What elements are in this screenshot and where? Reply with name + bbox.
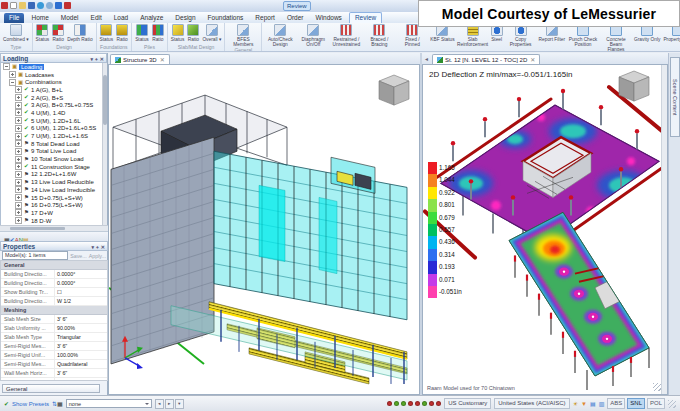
help-icon[interactable] <box>55 2 62 9</box>
tree-item-combination[interactable]: 1 A(G), B+L <box>1 86 102 94</box>
expander-icon[interactable] <box>15 94 22 101</box>
property-value[interactable]: Quadrilateral <box>55 360 107 368</box>
show-presets-check-icon[interactable]: ✔ <box>4 400 9 407</box>
table-icon[interactable]: ▥ <box>599 400 605 408</box>
tab-close-icon[interactable]: ✕ <box>530 56 535 63</box>
status-chip[interactable]: United States (ACI/AISC) <box>494 398 569 409</box>
tree-item-combination[interactable]: 15 D+0.75(L+S+W) <box>1 194 102 202</box>
property-value[interactable]: Triangular <box>55 333 107 341</box>
tab-st12-level12-2d[interactable]: St. 12 [N. LEVEL 12 - TOC] 2D✕ <box>432 54 540 64</box>
tab-structure-3d[interactable]: Structure 3D✕ <box>110 54 170 64</box>
new-document-icon[interactable] <box>10 2 17 9</box>
tree-item-loadcases[interactable]: Loadcases <box>1 71 102 79</box>
tree-item-combination[interactable]: 14 Live Load Irreducible <box>1 186 102 194</box>
close-icon[interactable] <box>64 2 71 9</box>
property-section-general[interactable]: General <box>1 261 107 270</box>
menu-tab[interactable]: Review <box>349 12 382 23</box>
save-button[interactable]: Save... <box>70 253 87 259</box>
expander-icon[interactable] <box>15 163 22 170</box>
property-value[interactable]: ☐ <box>55 288 107 296</box>
bulb-icon[interactable]: ☀ <box>573 400 578 408</box>
property-value[interactable]: W 1/2 <box>55 297 107 305</box>
tree-item-combination[interactable]: 2 A(G), B+S <box>1 94 102 102</box>
tree-item-loading[interactable]: Loading <box>1 63 102 71</box>
ribbon-button[interactable]: Braced / Bracing <box>363 24 395 47</box>
tree-item-combinations[interactable]: Combinations <box>1 78 102 86</box>
expander-icon[interactable] <box>15 140 22 147</box>
expander-icon[interactable] <box>15 202 22 209</box>
menu-tab[interactable]: Home <box>26 13 53 23</box>
ribbon-button[interactable]: Depth Ratio <box>66 24 93 42</box>
expander-icon[interactable] <box>15 186 22 193</box>
ribbon-button[interactable]: Concrete Beam Flanges <box>600 24 632 52</box>
nav-button[interactable]: ▼ <box>175 399 184 409</box>
tree-item-combination[interactable]: 13 Live Load Reducible <box>1 178 102 186</box>
menu-tab[interactable]: Design <box>170 13 200 23</box>
app-icon[interactable] <box>1 2 8 9</box>
viewport-scrollbar[interactable] <box>661 65 667 394</box>
ribbon-button[interactable]: Restrained / Unrestrained <box>330 24 362 47</box>
ribbon-button[interactable]: Ratio <box>151 24 165 42</box>
expander-icon[interactable] <box>15 148 22 155</box>
panel-header-icon[interactable]: ✕ <box>101 244 105 250</box>
status-chip[interactable]: US Customary <box>444 398 491 409</box>
property-value[interactable]: 0.0000° <box>55 270 107 278</box>
resize-grip-icon[interactable] <box>653 383 661 391</box>
panel-header-icon[interactable]: ✕ <box>100 56 104 62</box>
ribbon-button[interactable]: Diaphragm On/Off <box>297 24 329 47</box>
panel-header-icon[interactable]: ▾ <box>91 244 94 250</box>
ribbon-button[interactable]: BFES Members <box>227 24 259 47</box>
ribbon-button[interactable]: Copy Properties <box>505 24 537 47</box>
property-value[interactable]: 3' 6" <box>55 315 107 323</box>
ribbon-button[interactable]: Ratio <box>186 24 200 42</box>
ribbon-button[interactable]: Fixed / Pinned <box>396 24 428 47</box>
property-section-meshing[interactable]: Meshing <box>1 306 107 315</box>
tree-item-combination[interactable]: 10 Total Snow Load <box>1 155 102 163</box>
tree-item-combination[interactable]: 17 D+W <box>1 209 102 217</box>
tree-item-combination[interactable]: 18 D-W <box>1 217 102 225</box>
expander-icon[interactable] <box>15 109 22 116</box>
scene-content-tab[interactable]: Scene Content <box>670 57 680 137</box>
panel-header-icon[interactable]: ▾ <box>90 56 93 62</box>
expander-icon[interactable] <box>15 133 22 140</box>
layers-icon[interactable]: ▦ <box>57 401 63 407</box>
property-value[interactable]: 3' 6" <box>55 342 107 350</box>
menu-tab[interactable]: Windows <box>311 13 347 23</box>
panel-header-icon[interactable]: ⌖ <box>95 56 98 62</box>
expander-icon[interactable] <box>9 79 16 86</box>
expander-icon[interactable] <box>15 171 22 178</box>
tree-item-combination[interactable]: 4 U(M), 1.4D <box>1 109 102 117</box>
preset-dropdown[interactable]: none <box>66 399 152 408</box>
menu-tab[interactable]: Report <box>250 13 280 23</box>
status-toggle[interactable]: SNL <box>627 398 645 409</box>
tree-item-combination[interactable]: 6 U(M), 1.2D+1.6L+0.5S <box>1 125 102 133</box>
show-presets-label[interactable]: Show Presets <box>12 401 49 407</box>
expander-icon[interactable] <box>15 86 22 93</box>
ribbon-button[interactable]: Punch Check Position <box>567 24 599 47</box>
panel-header-icon[interactable]: ⌖ <box>96 244 99 250</box>
expander-icon[interactable] <box>15 156 22 163</box>
expander-icon[interactable] <box>15 194 22 201</box>
redo-icon[interactable] <box>46 2 53 9</box>
properties-bottom-tab[interactable]: General <box>2 384 100 393</box>
ribbon-button[interactable]: Status <box>35 24 51 42</box>
apply-button[interactable]: Apply... <box>89 253 106 259</box>
ribbon-button[interactable]: Ratio <box>115 24 129 42</box>
filter-icon[interactable]: ▼ <box>581 400 587 408</box>
model-selector-dropdown[interactable]: Model(s): 1 items <box>2 251 68 260</box>
resize-grip-icon[interactable] <box>668 400 676 408</box>
tree-item-combination[interactable]: 11 Construction Stage <box>1 163 102 171</box>
tab-scroll-left-icon[interactable]: ◄ <box>424 56 429 62</box>
tree-vertical-scrollbar[interactable] <box>102 63 107 225</box>
expander-icon[interactable] <box>3 63 10 70</box>
expander-icon[interactable] <box>15 117 22 124</box>
property-value[interactable]: 0.0000° <box>55 279 107 287</box>
tree-item-combination[interactable]: 9 Total Live Load <box>1 148 102 156</box>
tree-item-combination[interactable]: 7 U(M), 1.2D+L+1.6S <box>1 132 102 140</box>
status-toggle[interactable]: ABS <box>607 398 625 409</box>
menu-tab[interactable]: Model <box>56 13 84 23</box>
ribbon-button[interactable]: Status <box>134 24 150 42</box>
expander-icon[interactable] <box>15 209 22 216</box>
expander-icon[interactable] <box>15 217 22 224</box>
property-value[interactable]: 3' 6" <box>55 369 107 377</box>
